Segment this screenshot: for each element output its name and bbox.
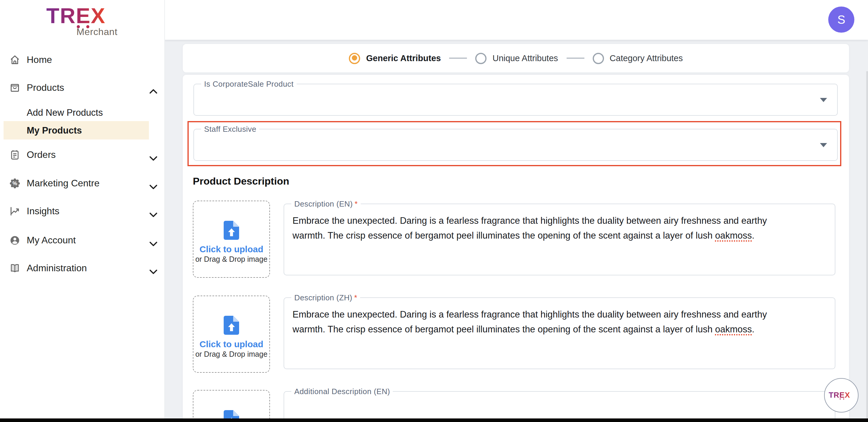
sidebar-item-orders[interactable]: Orders xyxy=(9,147,157,162)
orders-icon xyxy=(9,150,20,160)
step-label: Category Attributes xyxy=(610,53,683,63)
user-avatar[interactable]: S xyxy=(828,6,855,33)
dropdown-arrow-icon xyxy=(820,143,827,147)
sidebar-item-add-new-products[interactable]: Add New Products xyxy=(27,105,157,120)
upload-link[interactable]: Click to upload xyxy=(199,244,263,254)
sidebar-item-products[interactable]: Products xyxy=(9,80,157,96)
radio-unselected-icon xyxy=(475,53,487,64)
radio-unselected-icon xyxy=(592,53,604,64)
brand-subtitle: Merchant xyxy=(45,27,118,37)
chevron-down-icon xyxy=(150,266,157,271)
stepper-connector xyxy=(566,58,584,59)
required-asterisk: * xyxy=(354,200,358,208)
sidebar-item-label: My Account xyxy=(27,235,75,246)
upload-dropzone-zh[interactable]: Click to upload or Drag & Drop image xyxy=(193,296,270,373)
field-label: Description (EN)* xyxy=(291,200,361,208)
upload-dropzone-en[interactable]: Click to upload or Drag & Drop image xyxy=(193,201,270,278)
required-asterisk: * xyxy=(354,293,358,302)
upload-link[interactable]: Click to upload xyxy=(199,339,263,349)
scrollbar[interactable] xyxy=(866,71,868,418)
bottom-edge-strip xyxy=(0,418,868,422)
misspelled-word: oakmoss xyxy=(715,324,752,334)
sidebar-item-my-products[interactable]: My Products xyxy=(4,121,149,140)
step-label: Generic Attributes xyxy=(366,53,441,63)
home-icon xyxy=(9,55,20,65)
chevron-up-icon xyxy=(150,86,157,90)
svg-text:TREX: TREX xyxy=(46,5,105,28)
chevron-down-icon xyxy=(150,153,157,157)
sidebar-item-label: My Products xyxy=(27,125,82,135)
field-label: Description (ZH)* xyxy=(291,293,360,302)
sidebar-item-label: Orders xyxy=(27,150,56,160)
sidebar-item-insights[interactable]: Insights xyxy=(9,204,157,219)
chevron-down-icon xyxy=(150,238,157,243)
description-zh-textarea[interactable]: Description (ZH)* Embrace the unexpected… xyxy=(284,297,835,369)
upload-hint: or Drag & Drop image xyxy=(195,255,267,264)
svg-text:%: % xyxy=(12,180,17,186)
description-en-textarea[interactable]: Description (EN)* Embrace the unexpected… xyxy=(284,204,835,275)
trex-logo[interactable]: TREX xyxy=(45,5,118,29)
stepper-connector xyxy=(449,58,467,59)
marketing-icon: % xyxy=(9,178,20,189)
sidebar-item-my-account[interactable]: My Account xyxy=(9,233,157,248)
insights-icon xyxy=(9,206,20,217)
sidebar-item-label: Insights xyxy=(27,206,59,217)
account-icon xyxy=(9,235,20,246)
field-label: Staff Exclusive xyxy=(201,125,259,133)
upload-dropzone-additional[interactable]: Click to upload or Drag & Drop image xyxy=(193,390,270,422)
step-unique-attributes[interactable]: Unique Attributes xyxy=(475,53,558,64)
field-label: Additional Description (EN) xyxy=(291,387,393,396)
sidebar-item-label: Home xyxy=(27,55,52,65)
top-bar: S xyxy=(164,0,868,40)
radio-selected-icon xyxy=(349,53,360,64)
dropdown-arrow-icon xyxy=(820,98,827,102)
is-corporatesale-product-select[interactable]: Is CorporateSale Product xyxy=(193,84,838,116)
description-text: Embrace the unexpected. Daring is a fear… xyxy=(284,298,835,336)
sidebar-item-marketing-centre[interactable]: % Marketing Centre xyxy=(9,176,157,191)
svg-text:TREX: TREX xyxy=(829,391,850,399)
sidebar-item-label: Administration xyxy=(27,263,87,274)
step-category-attributes[interactable]: Category Attributes xyxy=(592,53,683,64)
administration-icon xyxy=(9,263,20,274)
upload-hint: or Drag & Drop image xyxy=(195,350,267,359)
sidebar-item-label: Marketing Centre xyxy=(27,178,99,189)
file-upload-icon xyxy=(223,221,239,240)
sidebar-item-administration[interactable]: Administration xyxy=(9,261,157,276)
chevron-down-icon xyxy=(150,209,157,214)
field-label: Is CorporateSale Product xyxy=(201,80,297,88)
generic-attributes-form: Is CorporateSale Product Staff Exclusive… xyxy=(183,75,849,422)
step-generic-attributes[interactable]: Generic Attributes xyxy=(349,53,441,64)
sidebar: TREX Merchant Home xyxy=(0,0,165,422)
step-label: Unique Attributes xyxy=(492,53,558,63)
file-upload-icon xyxy=(223,316,239,335)
app-window: TREX Merchant Home xyxy=(0,0,868,422)
chevron-down-icon xyxy=(150,181,157,186)
trex-logo-small: TREX xyxy=(828,391,855,400)
sidebar-item-label: Add New Products xyxy=(27,108,103,118)
misspelled-word: oakmoss xyxy=(715,230,752,240)
staff-exclusive-select[interactable]: Staff Exclusive xyxy=(193,129,838,161)
sidebar-item-label: Products xyxy=(27,83,64,93)
section-title: Product Description xyxy=(193,176,289,187)
attributes-stepper: Generic Attributes Unique Attributes Cat… xyxy=(183,44,849,72)
description-text: Embrace the unexpected. Daring is a fear… xyxy=(284,204,835,243)
products-icon xyxy=(9,83,20,93)
trex-floating-badge[interactable]: TREX xyxy=(824,378,859,413)
additional-description-en-textarea[interactable]: Additional Description (EN) xyxy=(284,391,835,422)
sidebar-item-home[interactable]: Home xyxy=(9,52,157,68)
